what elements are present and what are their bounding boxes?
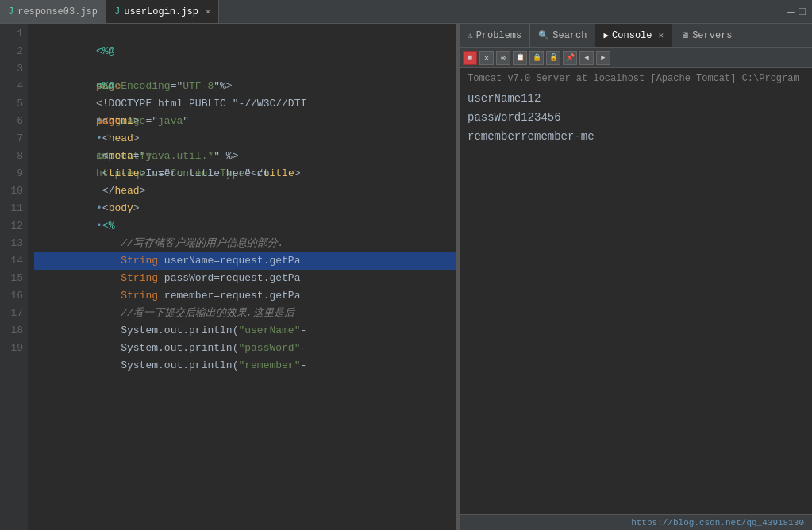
line-num: 19 (0, 340, 23, 357)
jsp-icon: J (114, 6, 120, 17)
console-line-1: userName112 (468, 89, 804, 108)
scroll-unlock-button[interactable]: 🔓 (546, 51, 560, 65)
line-num: 16 (0, 287, 23, 305)
code-line: <%@ page language="java" contentTy (34, 25, 456, 43)
terminate-button[interactable]: ✕ (479, 51, 494, 65)
tab-label: Servers (692, 30, 732, 41)
console-line-2: passWord123456 (468, 108, 804, 127)
line-num: 5 (0, 95, 23, 113)
maximize-icon[interactable]: □ (799, 6, 806, 18)
tab-label: Search (552, 30, 587, 41)
servers-icon: 🖥 (680, 30, 689, 40)
next-button[interactable]: ▶ (596, 51, 610, 65)
line-num: 9 (0, 165, 23, 182)
line-num: 15 (0, 270, 23, 287)
editor-panel: 1 2 3 4 5 6 7 8 9 10 11 12 13 14 15 16 1… (0, 24, 456, 530)
line-num: 6 (0, 113, 23, 130)
window-controls: — □ (781, 0, 812, 23)
tab-search[interactable]: 🔍 Search (530, 24, 595, 47)
minimize-icon[interactable]: — (787, 6, 794, 18)
tab-label: userLogin.jsp (124, 6, 198, 17)
scroll-lock-button[interactable]: 🔒 (529, 51, 544, 65)
line-numbers: 1 2 3 4 5 6 7 8 9 10 11 12 13 14 15 16 1… (0, 24, 28, 530)
line-num: 13 (0, 235, 23, 252)
tab-close-icon[interactable]: ✕ (659, 30, 664, 40)
console-icon: ▶ (603, 30, 609, 40)
server-info-line: Tomcat v7.0 Server at localhost [Apache … (468, 73, 804, 84)
prev-button[interactable]: ◀ (579, 51, 594, 65)
console-output: Tomcat v7.0 Server at localhost [Apache … (460, 68, 812, 514)
main-content: 1 2 3 4 5 6 7 8 9 10 11 12 13 14 15 16 1… (0, 24, 812, 530)
editor-tab-bar: J response03.jsp J userLogin.jsp ✕ — □ (0, 0, 812, 24)
line-num: 8 (0, 148, 23, 165)
problems-icon: ⚠ (468, 30, 473, 40)
line-num: 4 (0, 78, 23, 95)
line-num: 18 (0, 322, 23, 340)
line-num: 11 (0, 200, 23, 217)
remove-button[interactable]: ⊗ (496, 51, 510, 65)
tab-close-icon[interactable]: ✕ (206, 6, 211, 17)
copy-button[interactable]: 📋 (513, 51, 527, 65)
line-num: 17 (0, 305, 23, 322)
line-num: 14 (0, 252, 23, 270)
stop-button[interactable]: ■ (463, 51, 477, 65)
url-label[interactable]: https://blog.csdn.net/qq_43918130 (631, 518, 804, 528)
line-num: 12 (0, 217, 23, 235)
tab-servers[interactable]: 🖥 Servers (672, 24, 741, 47)
line-num: 3 (0, 60, 23, 78)
right-panel: ⚠ Problems 🔍 Search ▶ Console ✕ 🖥 Server… (460, 24, 812, 530)
code-area: 1 2 3 4 5 6 7 8 9 10 11 12 13 14 15 16 1… (0, 24, 456, 530)
line-num: 10 (0, 182, 23, 200)
search-icon: 🔍 (538, 30, 549, 40)
line-num: 1 (0, 25, 23, 43)
tab-userlogin[interactable]: J userLogin.jsp ✕ (106, 0, 219, 23)
line-num: 2 (0, 43, 23, 60)
console-line-3: rememberremember-me (468, 127, 804, 146)
bottom-bar: https://blog.csdn.net/qq_43918130 (460, 514, 812, 530)
tab-label: Problems (476, 30, 522, 41)
pin-button[interactable]: 📌 (563, 51, 577, 65)
jsp-icon: J (8, 6, 13, 17)
right-tab-bar: ⚠ Problems 🔍 Search ▶ Console ✕ 🖥 Server… (460, 24, 812, 48)
line-num: 7 (0, 130, 23, 148)
tab-label: response03.jsp (17, 6, 98, 17)
tab-problems[interactable]: ⚠ Problems (460, 24, 530, 47)
tab-label: Console (612, 30, 652, 41)
console-toolbar: ■ ✕ ⊗ 📋 🔒 🔓 📌 ◀ ▶ (460, 48, 812, 68)
tab-console[interactable]: ▶ Console ✕ (595, 24, 672, 47)
code-content[interactable]: <%@ page language="java" contentTy pageE… (28, 24, 456, 530)
tab-response03[interactable]: J response03.jsp (0, 0, 106, 23)
